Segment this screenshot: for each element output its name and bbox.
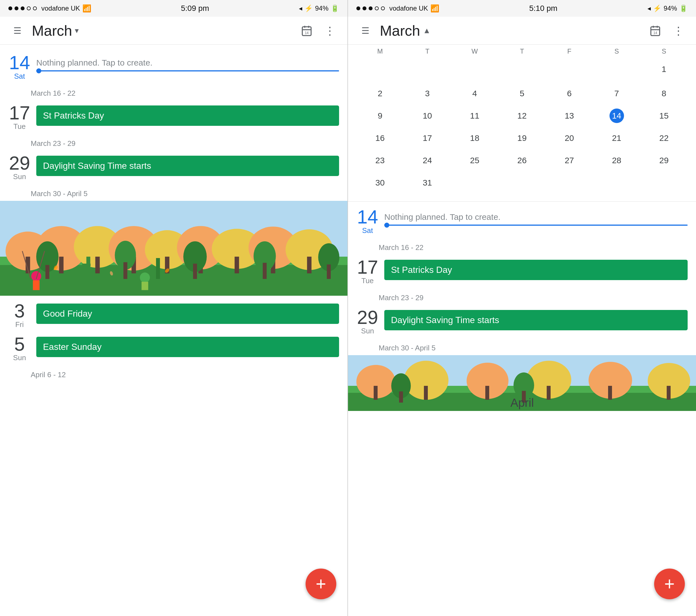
left-stpatricks-chip[interactable]: St Patricks Day xyxy=(36,106,339,126)
signal-dot-1 xyxy=(9,6,12,10)
right-more-button[interactable]: ⋮ xyxy=(670,22,687,39)
cal-day-30[interactable]: 30 xyxy=(357,172,404,196)
left-day-29-events: Daylight Saving Time starts xyxy=(36,153,339,176)
cal-day-27[interactable]: 27 xyxy=(545,149,593,172)
right-status-bar: vodafone UK 📶 5:10 pm ◂ ⚡ 94% 🔋 xyxy=(348,0,696,17)
left-easter-chip[interactable]: Easter Sunday xyxy=(36,337,339,357)
left-timeline-line xyxy=(36,70,339,71)
left-day-14-name: Sat xyxy=(9,72,31,81)
left-day-5-name: Sun xyxy=(9,354,31,362)
cal-day-16[interactable]: 16 xyxy=(357,127,404,149)
cal-day-23[interactable]: 23 xyxy=(357,149,404,172)
left-day-5-events: Easter Sunday xyxy=(36,335,339,357)
cal-empty-4 xyxy=(499,58,546,82)
cal-day-4[interactable]: 4 xyxy=(451,82,499,104)
cal-day-6[interactable]: 6 xyxy=(545,82,593,104)
cal-day-10[interactable]: 10 xyxy=(404,104,451,127)
cal-day-15[interactable]: 15 xyxy=(640,104,687,127)
cal-empty-7 xyxy=(451,172,499,196)
left-dst-chip[interactable]: Daylight Saving Time starts xyxy=(36,156,339,176)
svg-rect-11 xyxy=(59,257,64,273)
right-day-29-row: 29 Sun Daylight Saving Time starts xyxy=(348,305,696,338)
right-day-14-col: 14 Sat xyxy=(357,207,379,235)
right-dst-chip[interactable]: Daylight Saving Time starts xyxy=(384,310,687,330)
left-calendar-icon-btn[interactable]: 14 xyxy=(298,22,316,39)
cal-day-3[interactable]: 3 xyxy=(404,82,451,104)
cal-day-13[interactable]: 13 xyxy=(545,104,593,127)
right-bluetooth-icon: ⚡ xyxy=(653,4,661,12)
right-day-17-num: 17 xyxy=(357,258,379,276)
cal-day-12[interactable]: 12 xyxy=(499,104,546,127)
right-timeline-line xyxy=(384,225,687,226)
left-carrier-name: vodafone UK xyxy=(41,4,80,12)
right-fab-button[interactable]: + xyxy=(654,569,685,599)
svg-rect-67 xyxy=(667,386,670,400)
left-goodfriday-chip[interactable]: Good Friday xyxy=(36,304,339,324)
cal-day-14-today[interactable]: 14 xyxy=(593,104,640,127)
left-day-14-row: 14 Sat Nothing planned. Tap to create. xyxy=(0,45,347,83)
left-title-area[interactable]: March ▾ xyxy=(32,22,292,39)
cal-day-20[interactable]: 20 xyxy=(545,127,593,149)
left-day-17-col: 17 Tue xyxy=(9,103,31,131)
right-menu-button[interactable]: ☰ xyxy=(357,22,374,39)
dow-t2: T xyxy=(499,47,546,55)
cal-day-1[interactable]: 1 xyxy=(640,58,687,82)
signal-dot-3 xyxy=(21,6,25,10)
cal-day-21[interactable]: 21 xyxy=(593,127,640,149)
cal-empty-3 xyxy=(451,58,499,82)
right-cal-dow-row: M T W T F S S xyxy=(357,45,687,58)
left-illustration-svg xyxy=(0,201,347,296)
cal-day-19[interactable]: 19 xyxy=(499,127,546,149)
cal-day-18[interactable]: 18 xyxy=(451,127,499,149)
right-battery-icon: 🔋 xyxy=(679,4,687,12)
left-day-3-row: 3 Fri Good Friday xyxy=(0,298,347,332)
right-day-17-row: 17 Tue St Patricks Day xyxy=(348,255,696,288)
cal-day-5[interactable]: 5 xyxy=(499,82,546,104)
left-day-3-col: 3 Fri xyxy=(9,301,31,329)
cal-day-26[interactable]: 26 xyxy=(499,149,546,172)
svg-rect-13 xyxy=(95,257,100,273)
right-no-event-text[interactable]: Nothing planned. Tap to create. xyxy=(384,207,687,222)
cal-empty-6 xyxy=(593,58,640,82)
right-stpatricks-chip[interactable]: St Patricks Day xyxy=(384,260,687,280)
left-fab-button[interactable]: + xyxy=(305,569,336,599)
cal-day-25[interactable]: 25 xyxy=(451,149,499,172)
cal-day-29[interactable]: 29 xyxy=(640,149,687,172)
cal-empty-1 xyxy=(357,58,404,82)
svg-text:14: 14 xyxy=(653,31,657,35)
left-day-14-events: Nothing planned. Tap to create. xyxy=(36,53,339,71)
right-time: 5:10 pm xyxy=(529,4,557,13)
right-day-17-name: Tue xyxy=(357,276,379,285)
cal-day-17[interactable]: 17 xyxy=(404,127,451,149)
svg-rect-35 xyxy=(327,264,331,279)
right-calendar-icon-btn[interactable]: 14 xyxy=(646,22,664,39)
cal-day-11[interactable]: 11 xyxy=(451,104,499,127)
svg-rect-38 xyxy=(156,258,160,279)
r-signal-dot-1 xyxy=(357,6,360,10)
right-title-area[interactable]: March ▲ xyxy=(380,22,641,39)
cal-day-24[interactable]: 24 xyxy=(404,149,451,172)
cal-day-28[interactable]: 28 xyxy=(593,149,640,172)
left-more-button[interactable]: ⋮ xyxy=(321,22,339,39)
cal-day-31[interactable]: 31 xyxy=(404,172,451,196)
left-day-29-name: Sun xyxy=(9,173,31,181)
cal-day-2[interactable]: 2 xyxy=(357,82,404,104)
left-day-3-events: Good Friday xyxy=(36,301,339,324)
left-day-3-name: Fri xyxy=(9,320,31,329)
right-week2-label: March 23 - 29 xyxy=(348,288,696,305)
dow-m: M xyxy=(357,47,404,55)
left-battery-icon: 🔋 xyxy=(331,4,339,12)
right-app-bar: ☰ March ▲ 14 ⋮ xyxy=(348,17,696,45)
cal-day-7[interactable]: 7 xyxy=(593,82,640,104)
cal-day-9[interactable]: 9 xyxy=(357,104,404,127)
left-location-icon: ◂ xyxy=(299,4,302,12)
right-location-icon: ◂ xyxy=(647,4,651,12)
svg-rect-31 xyxy=(193,264,197,279)
left-no-event-text[interactable]: Nothing planned. Tap to create. xyxy=(36,53,339,67)
cal-day-22[interactable]: 22 xyxy=(640,127,687,149)
cal-day-8[interactable]: 8 xyxy=(640,82,687,104)
left-menu-button[interactable]: ☰ xyxy=(9,22,26,39)
svg-rect-27 xyxy=(46,265,49,279)
svg-rect-65 xyxy=(608,386,612,400)
cal-empty-9 xyxy=(545,172,593,196)
